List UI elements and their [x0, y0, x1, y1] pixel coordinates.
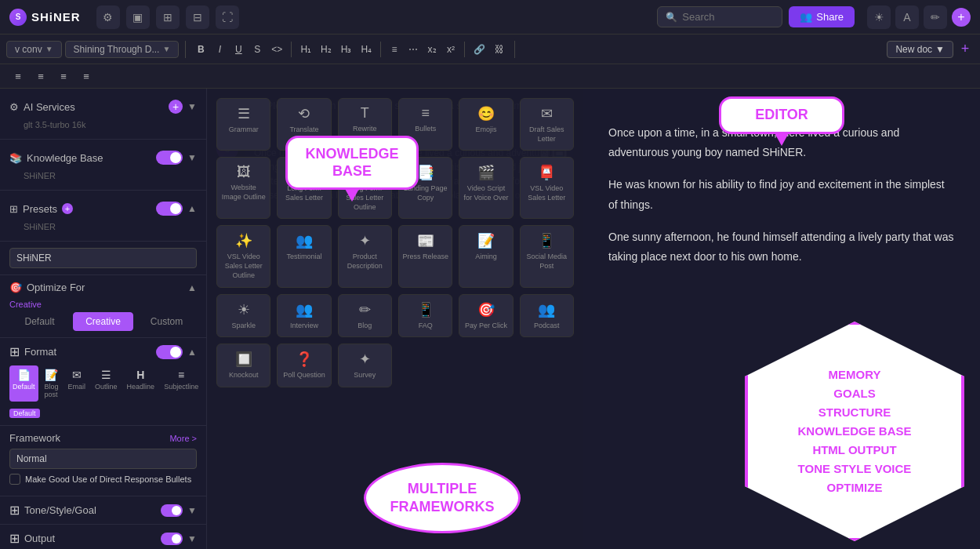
template-emojis[interactable]: 😊Emojis [459, 98, 513, 151]
optimize-creative-btn[interactable]: Creative [73, 312, 133, 331]
tone-toggle[interactable] [161, 504, 183, 517]
shiner-select[interactable]: SHiNER [9, 248, 197, 268]
optimize-default-btn[interactable]: Default [9, 312, 70, 331]
knowledge-base-controls: ▼ [156, 151, 197, 165]
template-long-outline[interactable]: ✦Long Form Sales Letter Outline [338, 157, 392, 219]
unlink-btn[interactable]: ⛓ [491, 41, 508, 58]
share-label: Share [816, 11, 844, 23]
framework-header: Framework More > [9, 432, 197, 444]
font-icon-btn[interactable]: A [895, 5, 919, 29]
tab-conv[interactable]: v conv ▼ [6, 41, 62, 58]
optimize-custom-btn[interactable]: Custom [136, 312, 197, 331]
knowledge-base-sub: SHiNER [9, 169, 197, 184]
layout-3-btn[interactable]: ⊟ [186, 5, 209, 29]
optimize-collapse-btn[interactable]: ▲ [187, 282, 197, 293]
tab-shining[interactable]: Shining Through D... ▼ [65, 41, 180, 58]
layout-1-btn[interactable]: ▣ [126, 5, 150, 29]
editor-content-area[interactable]: Once upon a time, in a small town, there… [583, 104, 980, 549]
format-headline-btn[interactable]: H Headline [124, 365, 158, 402]
align-center-btn[interactable]: ≡ [31, 67, 51, 85]
superscript-btn[interactable]: x² [442, 41, 459, 58]
direct-response-checkbox[interactable] [9, 474, 20, 485]
ul-btn[interactable]: ≡ [386, 41, 403, 58]
framework-more[interactable]: More > [169, 434, 197, 443]
sun-icon-btn[interactable]: ☀ [867, 5, 891, 29]
h2-btn[interactable]: H₂ [317, 41, 336, 58]
presets-header: ⊞ Presets + ▲ [9, 197, 197, 220]
presets-controls: ▲ [156, 202, 197, 216]
format-subject-btn[interactable]: ≡ Subjectline [161, 365, 201, 402]
fullscreen-btn[interactable]: ⛶ [216, 5, 239, 29]
ai-services-collapse-btn[interactable]: ▼ [187, 101, 197, 112]
link-btn[interactable]: 🔗 [470, 41, 489, 58]
tone-collapse-btn[interactable]: ▼ [187, 505, 197, 516]
draft-letter-icon: ✉ [541, 105, 553, 122]
format-title-row: ⊞ Format [9, 344, 56, 359]
framework-select[interactable]: Normal [9, 449, 197, 469]
template-video-script[interactable]: 🎬Video Script for Voice Over [459, 157, 513, 219]
format-blog-btn[interactable]: 📝 Blog post [42, 365, 62, 402]
knowledge-base-collapse-btn[interactable]: ▼ [187, 152, 197, 163]
format-outline-btn[interactable]: ☰ Outline [92, 365, 121, 402]
editor-paragraph-3: One sunny afternoon, he found himself at… [608, 227, 955, 267]
output-collapse-btn[interactable]: ▼ [187, 533, 197, 544]
bullets-label: Bullets [415, 125, 436, 134]
format-email-icon: ✉ [72, 369, 82, 381]
optimize-for-section: 🎯 Optimize For ▲ Creative Default Creati… [0, 275, 206, 338]
italic-btn[interactable]: I [211, 41, 228, 58]
bold-btn[interactable]: B [192, 41, 209, 58]
presets-toggle[interactable] [156, 202, 183, 216]
template-rewrite[interactable]: TRewrite [338, 98, 392, 151]
output-toggle[interactable] [161, 533, 183, 545]
format-blog-label: Blog post [45, 383, 59, 398]
template-draft-letter[interactable]: ✉Draft Sales Letter [520, 98, 574, 151]
align-right-btn[interactable]: ≡ [53, 67, 74, 85]
template-translate[interactable]: ⟲Translate [277, 98, 331, 151]
code-btn[interactable]: <> [267, 41, 286, 58]
format-toggle[interactable] [156, 345, 183, 359]
underline-btn[interactable]: U [230, 41, 247, 58]
subscript-btn[interactable]: x₂ [423, 41, 441, 58]
h4-btn[interactable]: H₄ [357, 41, 376, 58]
format-controls: ▲ [156, 345, 197, 359]
template-bullets[interactable]: ≡Bullets [398, 98, 452, 151]
format-email-btn[interactable]: ✉ Email [65, 365, 89, 402]
h3-btn[interactable]: H₃ [337, 41, 356, 58]
ai-services-icon: ⚙ [9, 101, 19, 113]
output-section: ⊞ Output ▼ [0, 525, 206, 549]
format-collapse-btn[interactable]: ▲ [187, 347, 197, 358]
app-logo-icon: S [9, 9, 27, 26]
grammar-label: Grammar [229, 125, 259, 135]
new-doc-btn[interactable]: New doc ▼ [887, 41, 953, 58]
template-website[interactable]: 🖼Website Image Outline [216, 157, 270, 219]
template-landing-page[interactable]: 📑Landing Page Copy [398, 157, 452, 219]
format-outline-label: Outline [95, 383, 118, 391]
format-blog-icon: 📝 [45, 369, 58, 381]
presets-add-btn[interactable]: + [62, 203, 73, 214]
h1-btn[interactable]: H₁ [296, 41, 315, 58]
strikethrough-btn[interactable]: S [249, 41, 266, 58]
edit-icon-btn[interactable]: ✏ [924, 5, 947, 29]
knowledge-base-toggle[interactable] [156, 151, 183, 165]
output-icon: ⊞ [9, 531, 20, 546]
shiner-section: SHiNER [0, 242, 206, 275]
emojis-label: Emojis [475, 125, 496, 135]
ol-btn[interactable]: ⋯ [405, 41, 422, 58]
share-button[interactable]: 👥 Share [789, 6, 855, 27]
ai-services-add-btn[interactable]: + [169, 100, 183, 114]
optimize-header: 🎯 Optimize For ▲ [9, 282, 197, 293]
ai-services-controls: + ▼ [169, 100, 197, 114]
template-grammar[interactable]: ☰Grammar [216, 98, 270, 151]
align-justify-btn[interactable]: ≡ [76, 67, 96, 85]
search-input[interactable] [682, 7, 776, 27]
add-new-btn[interactable]: + [952, 8, 971, 27]
format-default-btn[interactable]: 📄 Default [9, 365, 38, 402]
tone-section: ⊞ Tone/Style/Goal ▼ [0, 496, 206, 525]
align-left-btn[interactable]: ≡ [8, 67, 28, 85]
new-doc-add-btn[interactable]: + [956, 41, 974, 58]
template-long-form[interactable]: 📄Long Form Sales Letter [277, 157, 331, 219]
layout-2-btn[interactable]: ⊞ [156, 5, 180, 29]
presets-collapse-btn[interactable]: ▲ [187, 203, 197, 214]
filter-icon-btn[interactable]: ⚙ [96, 5, 120, 29]
template-vsl[interactable]: 📮VSL Video Sales Letter [520, 157, 574, 219]
